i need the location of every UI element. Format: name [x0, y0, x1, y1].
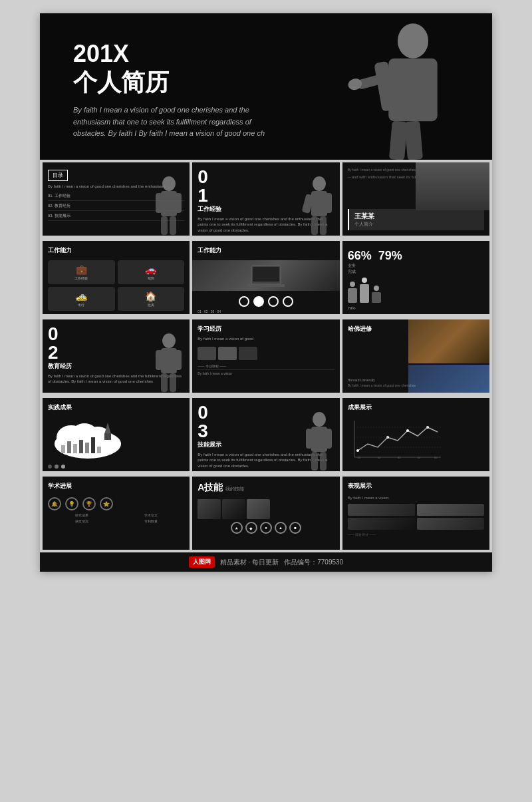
- performance-subtitle: By faith I mean a vision: [348, 496, 484, 500]
- harvard-text: Harvard University By faith I mean a vis…: [348, 378, 416, 387]
- svg-point-23: [162, 333, 176, 348]
- car-icon: 🚗: [145, 264, 156, 275]
- svg-rect-17: [325, 193, 332, 213]
- performance-footer: —— 综合评分 ——: [348, 532, 484, 536]
- stat-79-pct: 79%: [378, 249, 402, 263]
- slide-mulu: 目录 By faith I mean a vision of good one …: [43, 162, 190, 236]
- study-img-3: [239, 347, 257, 360]
- slide-harvard: 哈佛进修 Harvard University By faith I mean …: [342, 319, 489, 393]
- dot-3: [61, 465, 65, 469]
- p-head-2: [362, 278, 367, 283]
- work-icons-title: 工作能力: [48, 246, 184, 255]
- slide-performance: 表现展示 By faith I mean a vision —— 综合评分 ——: [342, 477, 489, 550]
- skill-circle-3: ●: [260, 522, 272, 534]
- watermark-id: 作品编号：7709530: [284, 558, 343, 567]
- academic-circles: 🔔 💡 🏆 ⭐: [48, 497, 184, 510]
- acad-circ-2: 💡: [65, 497, 78, 510]
- svg-rect-10: [156, 193, 162, 213]
- work-ability-image: [192, 260, 339, 291]
- my-skills-title: 我的技能: [225, 486, 244, 493]
- dot-2: [55, 465, 59, 469]
- acad-stat-4: 专利数量: [117, 519, 184, 523]
- svg-point-7: [347, 77, 364, 92]
- slide-my-skills: A技能 我的技能 ★ ◆ ● ▲ ■: [192, 477, 339, 550]
- svg-rect-45: [325, 429, 332, 449]
- skill-circle-4: ▲: [275, 522, 287, 534]
- slide-skill-exp: 0 3 技能展示 By faith I mean a vision of goo…: [192, 398, 339, 471]
- icon-label-3: 出行: [78, 303, 84, 307]
- performance-grid: [348, 504, 484, 530]
- svg-rect-11: [175, 193, 182, 213]
- harvard-desc: By faith I mean a vision of good one che…: [348, 383, 416, 387]
- svg-rect-46: [311, 452, 318, 471]
- laptop-icon: [246, 264, 286, 288]
- progress-4: [283, 296, 293, 307]
- svg-rect-19: [320, 216, 327, 235]
- study-img-2: [218, 347, 237, 360]
- watermark-id-label: 作品编号：: [284, 558, 317, 566]
- slide-achievement: 成果展示 01: [342, 398, 489, 471]
- svg-rect-44: [306, 429, 313, 449]
- svg-text:04: 04: [418, 456, 421, 459]
- my-skills-header: A技能 我的技能: [192, 477, 339, 499]
- svg-rect-37: [85, 443, 89, 453]
- podium-person-3: [372, 286, 381, 303]
- p-body-1: [348, 288, 357, 303]
- achievement-chart: 01 02 03 04 05: [348, 417, 484, 463]
- study-mini-imgs: [192, 347, 339, 360]
- svg-rect-28: [170, 373, 176, 392]
- harvard-image2: [408, 365, 489, 393]
- watermark-bar: 人图网 精品素材 · 每日更新 作品编号：7709530: [40, 552, 492, 572]
- skill-img-3: [247, 499, 270, 519]
- skill-circle-2: ◆: [245, 522, 257, 534]
- house-icon: 🏠: [145, 291, 156, 301]
- hero-description: By faith I mean a vision of good one che…: [73, 104, 273, 140]
- study-img-1: [198, 347, 216, 360]
- acad-circ-4: ⭐: [100, 497, 113, 510]
- svg-rect-9: [161, 191, 177, 216]
- acad-stat-3: 获奖情况: [48, 519, 115, 523]
- hero-slide: 201X 个人简历 By faith I mean a vision of go…: [40, 13, 492, 160]
- practice-cloud-area: [48, 417, 184, 463]
- practice-title: 实践成果: [48, 403, 184, 412]
- thumbnail-grid-row2: 工作能力 💼 工作经验 🚗 驾照 🚕 出行 🏠 住房: [40, 238, 492, 317]
- p-body-3: [372, 292, 381, 303]
- svg-rect-21: [253, 267, 279, 282]
- svg-rect-26: [175, 350, 182, 370]
- progress-1: [239, 296, 249, 307]
- svg-point-52: [406, 429, 409, 432]
- svg-rect-24: [161, 348, 177, 373]
- perf-img-3: [348, 518, 415, 530]
- svg-rect-43: [311, 427, 327, 452]
- icon-label-2: 驾照: [148, 276, 154, 280]
- achievement-title: 成果展示: [348, 403, 484, 412]
- perf-img-2: [417, 504, 484, 516]
- profile-image-placeholder: [416, 162, 489, 210]
- slide-edu: 0 2 教育经历 By faith I mean a vision of goo…: [43, 319, 190, 393]
- stat-66-label: 业务 完成: [348, 263, 372, 275]
- thumbnail-grid-row3: 0 2 教育经历 By faith I mean a vision of goo…: [40, 317, 492, 395]
- svg-rect-25: [156, 350, 162, 370]
- svg-rect-47: [320, 452, 327, 471]
- watermark-text: 精品素材 · 每日更新: [220, 558, 279, 567]
- svg-point-8: [162, 176, 176, 191]
- perf-img-1: [348, 504, 415, 516]
- skill-exp-person: [301, 411, 337, 471]
- icon-cell-2: 🚗 驾照: [118, 260, 185, 284]
- watermark-logo: 人图网: [189, 556, 215, 568]
- study-desc: By faith I mean a vision of good: [198, 336, 334, 341]
- p-body-2: [360, 284, 369, 303]
- svg-point-50: [356, 449, 359, 452]
- svg-rect-33: [61, 445, 65, 453]
- slide-profile: By faith I mean a vision of good one che…: [342, 162, 489, 236]
- svg-rect-36: [79, 440, 83, 453]
- svg-rect-39: [97, 447, 101, 453]
- perf-img-4: [417, 518, 484, 530]
- svg-rect-22: [247, 284, 285, 287]
- study-text-rows: —— 专业课程 —— By faith I mean a vision: [192, 360, 339, 379]
- practice-dots: [48, 465, 184, 469]
- slide-work-exp: 0 1 工作经验 By faith I mean a vision of goo…: [192, 162, 339, 236]
- performance-title: 表现展示: [348, 482, 484, 491]
- skill-img-1: [198, 499, 221, 519]
- icon-label-4: 住房: [148, 303, 154, 307]
